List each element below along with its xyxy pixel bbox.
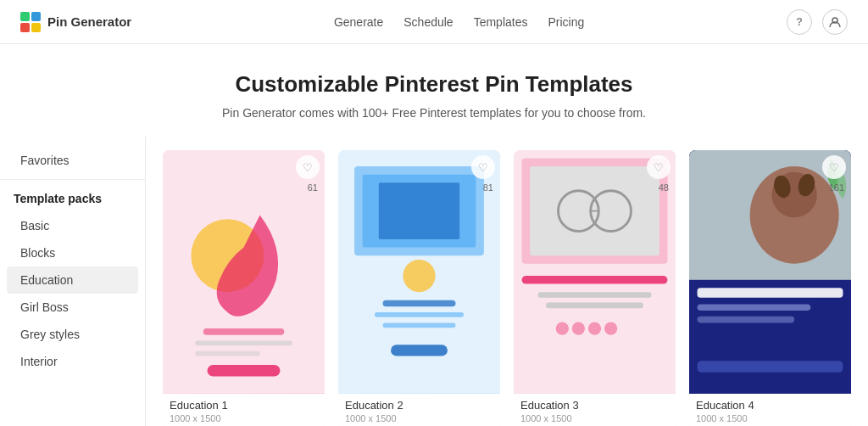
template-name-ed1: Education 1 [170, 399, 318, 412]
template-grid: ♡ 61 Education 1 1000 x 1500 [163, 150, 851, 426]
help-icon[interactable]: ? [787, 9, 812, 35]
logo-cell-4 [31, 23, 41, 32]
svg-point-26 [572, 322, 585, 334]
heart-button-ed2[interactable]: ♡ [471, 155, 495, 179]
sidebar-item-favorites[interactable]: Favorites [7, 147, 138, 174]
heart-button-ed4[interactable]: ♡ [822, 155, 846, 179]
logo-cell-3 [20, 23, 30, 32]
svg-rect-5 [195, 351, 259, 356]
header: Pin Generator Generate Schedule Template… [0, 0, 868, 44]
like-count-ed1: 61 [308, 182, 318, 193]
svg-rect-38 [698, 361, 843, 372]
template-size-ed2: 1000 x 1500 [345, 413, 493, 423]
header-icons: ? [787, 9, 848, 35]
sidebar-item-basic[interactable]: Basic [7, 212, 138, 239]
logo[interactable]: Pin Generator [20, 12, 131, 32]
template-card-ed1[interactable]: ♡ 61 Education 1 1000 x 1500 [163, 150, 325, 426]
svg-rect-24 [546, 303, 643, 309]
heart-button-ed3[interactable]: ♡ [647, 155, 670, 179]
hero-subtitle: Pin Generator comes with 100+ Free Pinte… [20, 106, 848, 120]
template-card-ed3[interactable]: ♡ 48 Education 3 1000 x 1500 [514, 150, 676, 426]
template-info-ed3: Education 3 1000 x 1500 [514, 394, 676, 427]
sidebar: Favorites Template packs Basic Blocks Ed… [0, 137, 146, 426]
svg-rect-22 [522, 276, 668, 284]
heart-icon-ed2: ♡ [478, 161, 488, 174]
user-avatar-icon[interactable] [822, 9, 848, 35]
template-area: ♡ 61 Education 1 1000 x 1500 [146, 137, 868, 426]
svg-rect-13 [375, 312, 464, 317]
nav-templates[interactable]: Templates [474, 15, 528, 29]
heart-icon-ed4: ♡ [829, 161, 839, 174]
template-info-ed1: Education 1 1000 x 1500 [163, 394, 325, 427]
svg-rect-10 [379, 182, 460, 239]
like-count-ed4: 161 [829, 182, 844, 193]
svg-rect-6 [208, 365, 281, 376]
nav-schedule[interactable]: Schedule [403, 15, 453, 29]
svg-rect-14 [383, 322, 456, 328]
svg-rect-23 [538, 292, 652, 298]
svg-rect-37 [698, 317, 795, 323]
template-thumb-ed2: ♡ 81 [338, 150, 500, 394]
sidebar-item-interior[interactable]: Interior [7, 348, 138, 375]
svg-rect-4 [195, 340, 292, 345]
like-count-ed2: 81 [483, 182, 493, 193]
template-info-ed4: Education 4 1000 x 1500 [689, 394, 851, 427]
svg-rect-35 [698, 288, 843, 297]
logo-cell-2 [31, 12, 41, 21]
heart-icon-ed3: ♡ [654, 161, 664, 174]
sidebar-template-packs-title: Template packs [0, 185, 145, 212]
template-name-ed2: Education 2 [345, 399, 493, 412]
logo-text: Pin Generator [47, 14, 131, 29]
main-layout: Favorites Template packs Basic Blocks Ed… [0, 137, 868, 426]
nav-pricing[interactable]: Pricing [548, 15, 584, 29]
template-size-ed1: 1000 x 1500 [170, 413, 318, 423]
svg-rect-15 [391, 345, 448, 356]
template-size-ed3: 1000 x 1500 [520, 413, 669, 423]
heart-button-ed1[interactable]: ♡ [296, 155, 320, 179]
template-thumb-ed1: ♡ 61 [163, 150, 325, 394]
hero-title: Customizable Pinterest Pin Templates [20, 71, 848, 98]
svg-point-11 [403, 260, 435, 292]
hero-section: Customizable Pinterest Pin Templates Pin… [0, 44, 868, 137]
template-size-ed4: 1000 x 1500 [696, 413, 844, 423]
svg-point-28 [604, 322, 617, 334]
sidebar-item-grey-styles[interactable]: Grey styles [7, 321, 138, 348]
sidebar-item-blocks[interactable]: Blocks [7, 239, 138, 266]
svg-point-25 [556, 322, 569, 334]
nav-generate[interactable]: Generate [334, 15, 383, 29]
svg-rect-3 [203, 328, 285, 335]
template-thumb-ed3: ♡ 48 [514, 150, 676, 394]
logo-grid-icon [20, 12, 41, 32]
like-count-ed3: 48 [659, 182, 669, 193]
svg-rect-12 [383, 300, 456, 307]
sidebar-item-girl-boss[interactable]: Girl Boss [7, 294, 138, 321]
main-nav: Generate Schedule Templates Pricing [334, 15, 584, 29]
template-name-ed4: Education 4 [696, 399, 844, 412]
template-name-ed3: Education 3 [520, 399, 669, 412]
svg-rect-36 [698, 304, 811, 311]
template-thumb-ed4: ♡ 161 [689, 150, 851, 394]
logo-cell-1 [20, 12, 30, 21]
heart-icon-ed1: ♡ [303, 161, 313, 174]
template-card-ed2[interactable]: ♡ 81 Education 2 1000 x 1500 [338, 150, 500, 426]
svg-point-27 [588, 322, 601, 334]
template-card-ed4[interactable]: ♡ 161 Education 4 1000 x 1500 [689, 150, 851, 426]
sidebar-item-education[interactable]: Education [7, 266, 138, 294]
template-info-ed2: Education 2 1000 x 1500 [338, 394, 500, 427]
sidebar-divider [0, 179, 145, 180]
